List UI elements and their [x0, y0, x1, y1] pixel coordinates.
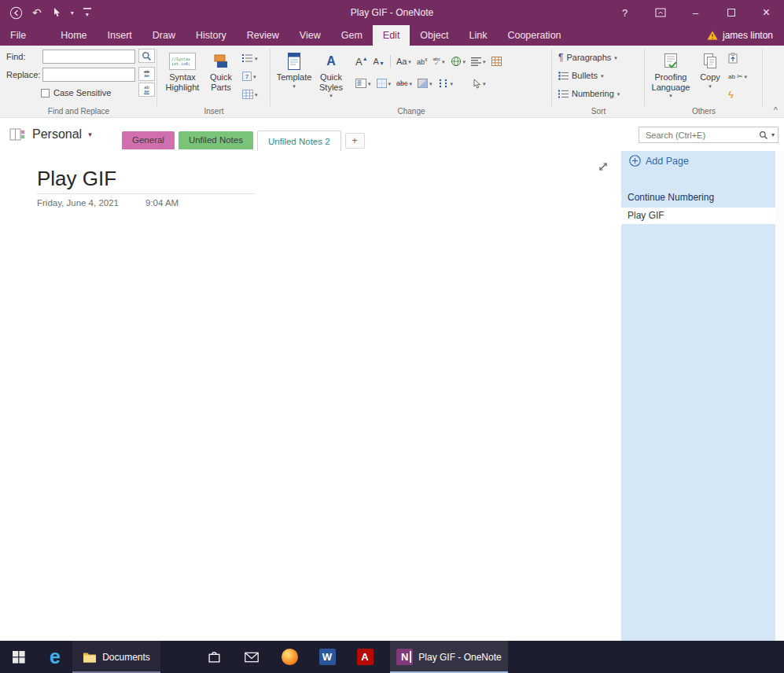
change-case-button[interactable]: Aa ▾ — [395, 53, 413, 69]
sort-bullets-button[interactable]: Bullets ▾ — [558, 68, 604, 83]
taskbar-store-button[interactable] — [195, 641, 233, 673]
replace-button[interactable]: ab ae — [138, 67, 155, 81]
customize-qat-button[interactable]: ▾ — [83, 8, 91, 18]
find-search-button[interactable] — [138, 49, 155, 63]
template-button[interactable]: Template ▾ — [277, 48, 311, 100]
add-section-button[interactable]: + — [345, 133, 365, 149]
find-label: Find: — [6, 52, 25, 61]
word-icon: W — [319, 649, 336, 665]
tab-file[interactable]: File — [0, 25, 36, 46]
tab-history[interactable]: History — [186, 25, 237, 46]
sort-numbering-button[interactable]: Numbering ▾ — [558, 86, 620, 101]
quick-styles-icon: A — [326, 54, 336, 68]
tab-gem[interactable]: Gem — [331, 25, 373, 46]
page-pane-scrollbar[interactable] — [775, 151, 784, 641]
taskbar-edge-button[interactable]: e — [38, 641, 72, 673]
maximize-button[interactable] — [713, 0, 749, 25]
start-button[interactable] — [0, 641, 38, 673]
help-button[interactable]: ? — [607, 0, 642, 25]
tab-cooperation[interactable]: Cooperation — [497, 25, 571, 46]
full-page-view-button[interactable] — [598, 161, 609, 172]
tab-link[interactable]: Link — [459, 25, 498, 46]
copy-icon — [702, 53, 718, 70]
tab-draw[interactable]: Draw — [142, 25, 186, 46]
taskbar-acrobat-button[interactable]: A — [346, 641, 384, 673]
proofing-language-button[interactable]: Proofing Language ▾ — [650, 48, 692, 100]
tab-view[interactable]: View — [289, 25, 331, 46]
border-button[interactable]: ▾ — [375, 75, 393, 91]
table-format-button[interactable] — [490, 53, 503, 69]
title-rule — [37, 193, 254, 194]
quick-action-button[interactable]: ϟ — [727, 86, 749, 102]
group-find-and-replace: Find: Replace: ab ae ab ae — [0, 46, 157, 117]
touch-mode-dropdown-icon[interactable]: ▾ — [71, 9, 74, 17]
tab-insert[interactable]: Insert — [98, 25, 142, 46]
quick-access-toolbar: ↶ ▾ ▾ — [0, 6, 91, 20]
insert-table-button[interactable]: ▾ — [241, 86, 259, 102]
quick-parts-button[interactable]: Quick Parts — [204, 48, 237, 100]
tab-home[interactable]: Home — [50, 25, 97, 46]
tab-edit[interactable]: Edit — [373, 25, 410, 46]
divider — [390, 55, 391, 68]
text-tools-button[interactable]: ab ✂ ▾ — [727, 68, 749, 84]
minimize-button[interactable]: – — [678, 0, 713, 25]
notebook-icon — [9, 127, 26, 142]
page-canvas[interactable]: Play GIF Friday, June 4, 2021 9:04 AM — [0, 151, 621, 641]
alignment-button[interactable]: ▾ — [469, 53, 488, 69]
search-icon[interactable] — [759, 131, 768, 140]
spelling-button[interactable]: abc ✓ ▾ — [431, 53, 446, 69]
page-title[interactable]: Play GIF — [37, 167, 116, 191]
shading-button[interactable]: ▾ — [416, 75, 434, 91]
case-sensitive-checkbox[interactable] — [41, 89, 50, 97]
copy-button[interactable]: Copy ▾ — [695, 48, 725, 100]
section-tab-general[interactable]: General — [122, 131, 175, 149]
add-page-button[interactable]: Add Page — [629, 155, 689, 167]
section-bar: Personal ▾ General Unfiled Notes Unfiled… — [0, 118, 784, 151]
taskbar-firefox-button[interactable] — [271, 641, 308, 673]
replace-all-button[interactable]: ab ae — [138, 83, 155, 97]
strikethrough-button[interactable]: abc ▾ — [395, 75, 414, 91]
touch-mouse-mode-button[interactable] — [51, 7, 61, 18]
undo-button[interactable]: ↶ — [32, 6, 42, 19]
tab-object[interactable]: Object — [410, 25, 458, 46]
taskbar-word-button[interactable]: W — [308, 641, 346, 673]
page-list-item-selected[interactable]: Play GIF — [621, 208, 775, 224]
close-button[interactable]: × — [749, 0, 784, 25]
expand-diagonal-icon — [598, 161, 609, 172]
taskbar-onenote-button[interactable]: N Play GIF - OneNote — [390, 641, 508, 673]
paste-special-button[interactable] — [727, 50, 749, 66]
back-button[interactable] — [9, 6, 23, 20]
replace-input[interactable] — [42, 68, 135, 82]
select-button[interactable]: ▾ — [471, 75, 488, 91]
taskbar-documents-button[interactable]: Documents — [72, 641, 160, 673]
section-tab-unfiled-notes[interactable]: Unfiled Notes — [179, 131, 253, 149]
collapse-ribbon-button[interactable]: ^ — [774, 105, 778, 115]
search-scope-dropdown-icon[interactable]: ▾ — [771, 131, 775, 138]
shrink-font-button[interactable]: A▼ — [372, 53, 386, 69]
ribbon-display-options-button[interactable] — [642, 0, 678, 25]
insert-number-button[interactable]: 7 ▾ — [241, 68, 259, 84]
case-sensitive-label: Case Sensitive — [53, 88, 111, 97]
dropdown-icon: ▾ — [451, 81, 454, 86]
tab-review[interactable]: Review — [237, 25, 289, 46]
page-layout-button[interactable]: ▾ — [354, 75, 373, 91]
account-button[interactable]: james linton — [707, 25, 784, 46]
notebook-dropdown[interactable]: Personal ▾ — [9, 118, 92, 151]
documents-label: Documents — [102, 652, 150, 663]
columns-button[interactable]: ▾ — [436, 75, 455, 91]
quick-styles-button[interactable]: A Quick Styles ▾ — [313, 48, 349, 100]
sort-paragraphs-button[interactable]: ¶ Paragraphs ▾ — [558, 50, 617, 65]
ribbon-tab-bar: File Home Insert Draw History Review Vie… — [0, 25, 784, 46]
translate-button[interactable]: ▾ — [449, 53, 468, 69]
insert-numbered-list-button[interactable]: ▾ — [241, 50, 259, 66]
section-tab-unfiled-notes-2[interactable]: Unfiled Notes 2 — [257, 131, 341, 151]
find-input[interactable] — [42, 50, 135, 64]
group-label-sort: Sort — [552, 107, 645, 116]
search-input[interactable] — [644, 130, 756, 141]
group-label-others: Others — [645, 107, 763, 116]
syntax-highlight-button[interactable]: //Syntax int i=0; Syntax Highlight — [162, 48, 203, 100]
taskbar-mail-button[interactable] — [233, 641, 271, 673]
continue-numbering-item[interactable]: Continue Numbering — [628, 192, 714, 203]
grow-font-button[interactable]: A▲ — [354, 53, 370, 69]
subscript-button[interactable]: abx — [415, 53, 429, 69]
